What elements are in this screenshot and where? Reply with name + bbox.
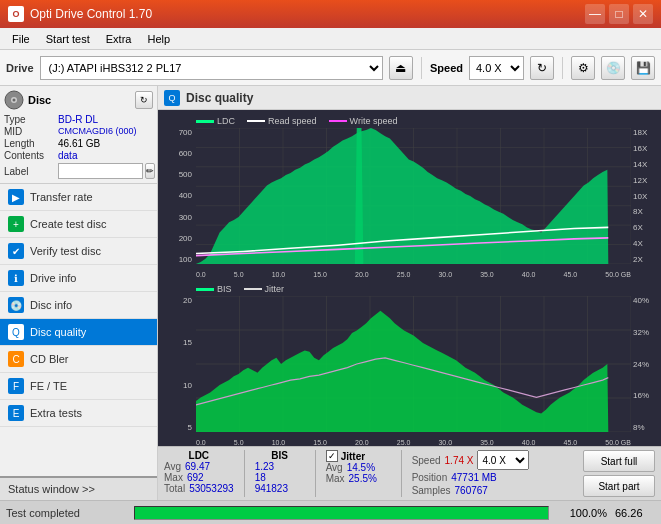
nav-label-extra: Extra tests: [30, 407, 82, 419]
disc-type-row: Type BD-R DL: [4, 114, 153, 125]
top-chart-y-labels-right: 18X 16X 14X 12X 10X 8X 6X 4X 2X: [633, 128, 661, 264]
nav-label-drive: Drive info: [30, 272, 76, 284]
progress-container: [134, 506, 549, 520]
speed-info-label: Speed: [412, 455, 441, 466]
position-label: Position: [412, 472, 448, 483]
disc-label-input[interactable]: [58, 163, 143, 179]
nav-label-bler: CD Bler: [30, 353, 69, 365]
nav-disc-info[interactable]: 💿 Disc info: [0, 292, 157, 319]
disc-mid-row: MID CMCMAGDI6 (000): [4, 126, 153, 137]
maximize-button[interactable]: □: [609, 4, 629, 24]
disc-mid-value: CMCMAGDI6 (000): [58, 126, 137, 137]
legend-bis-color: [196, 288, 214, 291]
menu-start-test[interactable]: Start test: [38, 31, 98, 47]
progress-value: 100.0%: [557, 507, 607, 519]
legend-read-color: [247, 120, 265, 122]
menu-file[interactable]: File: [4, 31, 38, 47]
bottom-chart-svg: [196, 296, 631, 432]
bis-avg: 1.23: [255, 461, 274, 472]
bottom-chart-y-labels-right: 40% 32% 24% 16% 8%: [633, 296, 661, 432]
nav-icon-transfer: ▶: [8, 189, 24, 205]
top-chart-svg: [196, 128, 631, 264]
avg-label-jitter: Avg: [326, 462, 343, 473]
svg-marker-21: [196, 128, 608, 264]
nav-fe-te[interactable]: F FE / TE: [0, 373, 157, 400]
bis-total: 941823: [255, 483, 288, 494]
ldc-avg: 69.47: [185, 461, 210, 472]
legend-read-speed: Read speed: [247, 116, 317, 126]
ldc-stats: LDC Avg 69.47 Max 692 Total 53053293: [164, 450, 234, 494]
nav-verify-test-disc[interactable]: ✔ Verify test disc: [0, 238, 157, 265]
nav-label-disc: Disc info: [30, 299, 72, 311]
nav-transfer-rate[interactable]: ▶ Transfer rate: [0, 184, 157, 211]
save-button[interactable]: 💾: [631, 56, 655, 80]
disc-contents-label: Contents: [4, 150, 56, 161]
jitter-avg: 14.5%: [347, 462, 375, 473]
start-full-button[interactable]: Start full: [583, 450, 655, 472]
menu-extra[interactable]: Extra: [98, 31, 140, 47]
status-window-label: Status window >>: [8, 483, 95, 495]
app-title: Opti Drive Control 1.70: [30, 7, 152, 21]
top-chart-container: LDC Read speed Write speed: [158, 110, 661, 278]
legend-bis-label: BIS: [217, 284, 232, 294]
legend-jitter-label: Jitter: [265, 284, 285, 294]
jitter-max: 25.5%: [349, 473, 377, 484]
menu-help[interactable]: Help: [139, 31, 178, 47]
nav-icon-drive: ℹ: [8, 270, 24, 286]
speed-info-select[interactable]: 4.0 X: [477, 450, 529, 470]
close-button[interactable]: ✕: [633, 4, 653, 24]
legend-ldc-label: LDC: [217, 116, 235, 126]
start-buttons: Start full Start part: [583, 450, 655, 497]
nav-extra-tests[interactable]: E Extra tests: [0, 400, 157, 427]
minimize-button[interactable]: —: [585, 4, 605, 24]
speed-info-stats: Speed 1.74 X 4.0 X Position 47731 MB Sam…: [412, 450, 530, 496]
nav-icon-fete: F: [8, 378, 24, 394]
nav-label-create: Create test disc: [30, 218, 106, 230]
status-window-button[interactable]: Status window >>: [0, 476, 157, 500]
avg-label: Avg: [164, 461, 181, 472]
disc-contents-row: Contents data: [4, 150, 153, 161]
stats-divider-2: [315, 450, 316, 497]
disc-button[interactable]: 💿: [601, 56, 625, 80]
speed-select[interactable]: 4.0 X: [469, 56, 524, 80]
nav-disc-quality[interactable]: Q Disc quality: [0, 319, 157, 346]
content-area: Q Disc quality LDC Read speed: [158, 86, 661, 500]
nav-icon-verify: ✔: [8, 243, 24, 259]
disc-mid-label: MID: [4, 126, 56, 137]
titlebar: O Opti Drive Control 1.70 — □ ✕: [0, 0, 661, 28]
legend-jitter: Jitter: [244, 284, 285, 294]
jitter-checkbox[interactable]: ✓: [326, 450, 338, 462]
nav-cd-bler[interactable]: C CD Bler: [0, 346, 157, 373]
status-text: Test completed: [6, 507, 126, 519]
nav-create-test-disc[interactable]: + Create test disc: [0, 211, 157, 238]
max-label-jitter: Max: [326, 473, 345, 484]
settings-button[interactable]: ⚙: [571, 56, 595, 80]
legend-bis: BIS: [196, 284, 232, 294]
nav-drive-info[interactable]: ℹ Drive info: [0, 265, 157, 292]
jitter-header: Jitter: [341, 451, 365, 462]
disc-length-label: Length: [4, 138, 56, 149]
nav-label-verify: Verify test disc: [30, 245, 101, 257]
refresh-button[interactable]: ↻: [530, 56, 554, 80]
main-area: Disc ↻ Type BD-R DL MID CMCMAGDI6 (000) …: [0, 86, 661, 500]
disc-quality-header: Q Disc quality: [158, 86, 661, 110]
nav-icon-bler: C: [8, 351, 24, 367]
drive-select[interactable]: (J:) ATAPI iHBS312 2 PL17: [40, 56, 383, 80]
bottom-chart-x-labels: 0.0 5.0 10.0 15.0 20.0 25.0 30.0 35.0 40…: [196, 439, 631, 446]
samples-label: Samples: [412, 485, 451, 496]
bottom-chart-container: BIS Jitter: [158, 278, 661, 446]
app-icon: O: [8, 6, 24, 22]
disc-refresh-button[interactable]: ↻: [135, 91, 153, 109]
label-edit-button[interactable]: ✏: [145, 163, 155, 179]
stats-divider-1: [244, 450, 245, 497]
disc-header: Disc ↻: [4, 90, 153, 110]
jitter-stats: ✓ Jitter Avg 14.5% Max 25.5%: [326, 450, 391, 484]
disc-length-row: Length 46.61 GB: [4, 138, 153, 149]
ldc-header: LDC: [164, 450, 234, 461]
start-part-button[interactable]: Start part: [583, 475, 655, 497]
samples-value: 760767: [455, 485, 488, 496]
nav-label-fete: FE / TE: [30, 380, 67, 392]
disc-section: Disc ↻ Type BD-R DL MID CMCMAGDI6 (000) …: [0, 86, 157, 184]
eject-button[interactable]: ⏏: [389, 56, 413, 80]
nav-icon-disc: 💿: [8, 297, 24, 313]
